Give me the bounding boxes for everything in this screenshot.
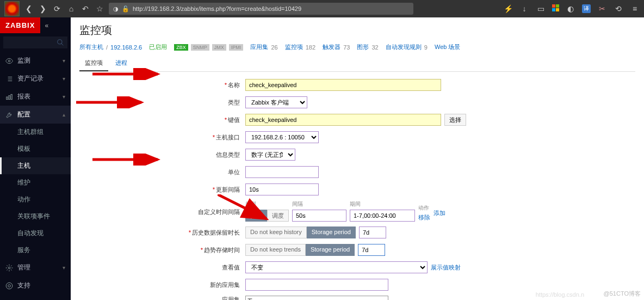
undo-icon[interactable]: ↶ (81, 4, 90, 13)
scissors-icon[interactable]: ✂ (597, 4, 607, 13)
nav-hosts[interactable]: 主机 (0, 157, 71, 174)
bc-items[interactable]: 监控项 (285, 43, 303, 51)
translate-icon[interactable]: 译 (582, 4, 591, 13)
sidebar: ZABBIX « 监测▾ 资产记录▾ 报表▾ 配置▴ 主机群组 模板 主机 维护… (0, 17, 71, 300)
lbl-custint: 自定义时间间隔 (198, 209, 240, 215)
opt-nohist[interactable]: Do not keep history (245, 226, 307, 238)
collapse-icon[interactable]: « (40, 22, 53, 29)
lbl-showvalue: 查看值 (222, 264, 240, 271)
reload-icon[interactable]: ⟳ (52, 4, 62, 13)
name-input[interactable] (245, 79, 441, 91)
tab-process[interactable]: 进程 (110, 56, 133, 70)
iface-select[interactable]: 192.168.2.6 : 10050 (245, 131, 319, 143)
bc-web[interactable]: Web 场景 (435, 43, 460, 51)
opt-flexible[interactable]: 灵活 (245, 210, 267, 222)
nav-monitor[interactable]: 监测▾ (0, 52, 71, 70)
star-icon[interactable]: ☆ (95, 4, 104, 13)
svg-rect-10 (9, 95, 10, 99)
menu-icon[interactable]: ≡ (630, 4, 640, 13)
badge-snmp: SNMP (191, 44, 209, 51)
search-input[interactable] (3, 36, 67, 48)
url-box[interactable]: ◑ 🔓 http://192.168.2.3/zabbix/items.php?… (109, 3, 413, 15)
nav-actions[interactable]: 动作 (0, 191, 71, 208)
nav-hostgroups[interactable]: 主机群组 (0, 124, 71, 140)
newapp-input[interactable] (245, 279, 388, 291)
svg-rect-9 (7, 97, 8, 100)
history-toggle[interactable]: Do not keep history Storage period (245, 226, 356, 238)
hdr-ci-type: 类型 (245, 200, 289, 208)
forward-icon[interactable]: ❯ (38, 4, 48, 13)
bc-discovery[interactable]: 自动发现规则 (386, 43, 422, 51)
trends-toggle[interactable]: Do not keep trends Storage period (245, 244, 355, 256)
nav-config[interactable]: 配置▴ (0, 106, 71, 124)
nav-templates[interactable]: 模板 (0, 140, 71, 157)
bc-enabled: 已启用 (149, 43, 167, 51)
wrench-icon (5, 111, 13, 119)
main-content: 监控项 所有主机 / 192.168.2.6 已启用 ZBX SNMP JMX … (71, 17, 644, 300)
history-input[interactable] (359, 226, 386, 238)
key-input[interactable] (245, 114, 441, 126)
ci-type-toggle[interactable]: 灵活 调度 (245, 210, 289, 222)
bc-triggers[interactable]: 触发器 (323, 43, 340, 51)
logo[interactable]: ZABBIX (0, 17, 40, 33)
nav-admin[interactable]: 管理▾ (0, 259, 71, 277)
flash-icon[interactable]: ⚡ (503, 4, 513, 13)
nav-maintenance[interactable]: 维护 (0, 174, 71, 191)
nav-share[interactable]: ZShare (0, 295, 71, 300)
trends-input[interactable] (358, 244, 385, 256)
infotype-select[interactable]: 数字 (无正负) (245, 149, 295, 161)
lbl-trends: 趋势存储时间 (204, 247, 240, 253)
svg-point-12 (8, 267, 10, 269)
hdr-ci-interval: 间隔 (292, 200, 346, 208)
bc-allhosts[interactable]: 所有主机 (79, 43, 103, 51)
svg-point-14 (8, 284, 11, 287)
lock-icon: 🔓 (122, 5, 129, 13)
nav-support[interactable]: 支持 (0, 277, 71, 295)
screenshot-icon[interactable]: ▭ (536, 4, 546, 13)
watermark: @51CTO博客 (604, 290, 641, 298)
support-icon (5, 282, 13, 290)
svg-point-13 (6, 283, 13, 289)
sync-icon[interactable]: ⟲ (614, 4, 623, 13)
opt-notrend[interactable]: Do not keep trends (245, 244, 306, 256)
nav-services[interactable]: 服务 (0, 242, 71, 259)
svg-rect-11 (11, 94, 12, 99)
opt-storage2[interactable]: Storage period (306, 244, 355, 256)
nav-correlation[interactable]: 关联项事件 (0, 208, 71, 225)
tab-item[interactable]: 监控项 (79, 56, 108, 71)
ci-add[interactable]: 添加 (434, 210, 445, 216)
nav-reports[interactable]: 报表▾ (0, 88, 71, 106)
interval-input[interactable] (245, 183, 319, 195)
apps-icon[interactable] (552, 4, 559, 13)
type-select[interactable]: Zabbix 客户端 (245, 96, 307, 108)
svg-point-2 (8, 60, 10, 62)
chevron-down-icon: ▾ (63, 58, 65, 64)
nav-discovery[interactable]: 自动发现 (0, 225, 71, 242)
chevron-down-icon: ▾ (63, 265, 65, 271)
lbl-name: 名称 (228, 82, 240, 88)
select-button[interactable]: 选择 (444, 114, 466, 126)
ci-remove[interactable]: 移除 (418, 213, 430, 222)
download-icon[interactable]: ↓ (519, 4, 529, 13)
badge-jmx: JMX (212, 44, 226, 51)
apps-listbox[interactable]: 无 CPU Disk cdrom (245, 296, 388, 300)
bar-chart-icon (5, 93, 13, 101)
home-icon[interactable]: ⌂ (66, 4, 76, 13)
nav-inventory[interactable]: 资产记录▾ (0, 70, 71, 88)
showmap-link[interactable]: 展示值映射 (431, 264, 461, 272)
opt-scheduling[interactable]: 调度 (267, 210, 289, 222)
badge-ipmi: IPMI (229, 44, 244, 51)
ci-interval-input[interactable] (292, 210, 346, 222)
units-input[interactable] (245, 166, 319, 178)
opt-storage1[interactable]: Storage period (307, 226, 356, 238)
bc-graphs[interactable]: 图形 (357, 43, 369, 51)
bc-apps[interactable]: 应用集 (250, 43, 268, 51)
svg-line-1 (61, 44, 64, 46)
back-icon[interactable]: ❮ (24, 4, 34, 13)
ci-period-input[interactable] (350, 210, 415, 222)
bc-host[interactable]: 192.168.2.6 (110, 44, 142, 51)
svg-point-0 (58, 40, 62, 44)
showvalue-select[interactable]: 不变 (245, 261, 428, 273)
lbl-units: 单位 (228, 169, 240, 175)
globe-icon[interactable]: ◐ (566, 4, 575, 13)
